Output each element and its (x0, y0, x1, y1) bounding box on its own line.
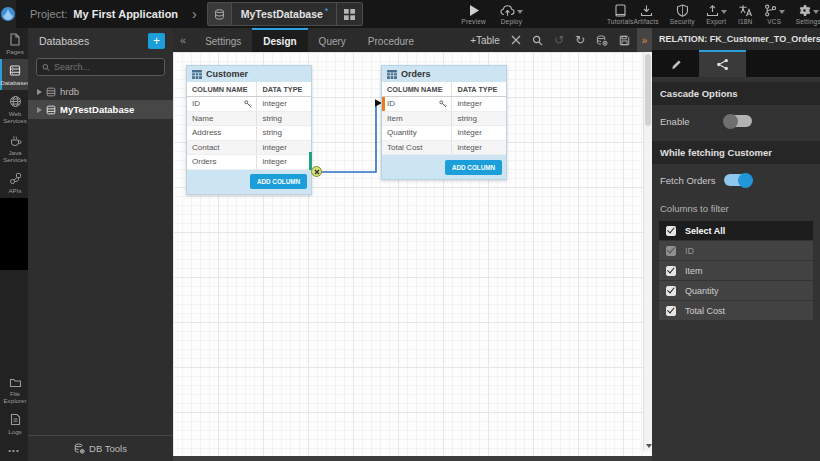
enable-toggle[interactable] (724, 115, 752, 127)
more-options-icon[interactable]: ••• (0, 439, 28, 461)
table-row[interactable]: Total Cost integer (382, 141, 506, 156)
vcs-button[interactable]: VCS (764, 3, 785, 25)
chevron-right-icon[interactable]: › (192, 7, 197, 21)
table-row[interactable]: Address string (187, 126, 311, 141)
i18n-button[interactable]: I18N (738, 3, 753, 25)
database-search[interactable] (36, 58, 165, 76)
database-document-tab[interactable]: MyTestDatabase * (207, 2, 364, 26)
relation-drag-handle[interactable] (311, 166, 322, 177)
preview-button[interactable]: Preview (461, 3, 486, 25)
table-card-customer[interactable]: Customer COLUMN NAME DATA TYPE ID intege… (186, 65, 312, 195)
globe-icon (9, 95, 22, 108)
checkbox-checked-icon[interactable] (666, 286, 676, 296)
wavemaker-studio: Project: My First Application › MyTestDa… (0, 0, 820, 461)
column-header-row: COLUMN NAME DATA TYPE (382, 82, 506, 97)
project-label: Project: (30, 8, 67, 20)
design-tab-bar: « Settings Design Query Procedure +Table… (173, 28, 652, 52)
checkbox-checked-icon[interactable] (666, 306, 676, 316)
canvas-bottom-edge (173, 456, 652, 461)
database-icon (9, 64, 21, 77)
schema-canvas[interactable]: Customer COLUMN NAME DATA TYPE ID intege… (173, 52, 652, 456)
table-card-orders[interactable]: Orders COLUMN NAME DATA TYPE ID int (381, 65, 507, 180)
while-fetching-header: While fetching Customer (652, 141, 820, 164)
export-caret-icon (721, 10, 727, 14)
table-header[interactable]: Customer (187, 66, 311, 82)
table-row[interactable]: ID integer (187, 97, 311, 112)
filter-column-list: Select All ID Item Quantity Total Cost (652, 221, 820, 321)
sidebar-item-web-services[interactable]: Web Services (0, 90, 28, 128)
fetch-orders-toggle[interactable] (724, 174, 752, 186)
table-row[interactable]: Quantity integer (382, 126, 506, 141)
checkbox-checked-icon[interactable] (666, 266, 676, 276)
redo-icon[interactable]: ↻ (575, 34, 585, 46)
filter-quantity[interactable]: Quantity (659, 281, 813, 300)
sidebar-item-apis[interactable]: APIs (0, 167, 28, 198)
security-button[interactable]: Security (670, 3, 695, 25)
cloud-upload-icon (500, 4, 515, 17)
sidebar-item-pages[interactable]: Pages (0, 28, 28, 59)
filter-select-all[interactable]: Select All (659, 221, 813, 240)
sidebar-item-logs[interactable]: Logs (0, 408, 28, 439)
table-row[interactable]: Orders integer (187, 155, 311, 170)
table-icon (387, 70, 397, 79)
add-column-button[interactable]: ADD COLUMN (445, 160, 502, 175)
search-icon[interactable] (532, 35, 543, 46)
tab-query[interactable]: Query (308, 28, 357, 52)
export-db-icon[interactable] (596, 35, 608, 46)
tutorials-button[interactable]: Tutorials (607, 3, 633, 25)
project-name[interactable]: My First Application (73, 8, 178, 20)
filter-total-cost[interactable]: Total Cost (659, 301, 813, 320)
table-header[interactable]: Orders (382, 66, 506, 82)
tree-item-hrdb[interactable]: hrdb (28, 83, 173, 100)
tab-relations[interactable] (699, 50, 746, 77)
add-database-button[interactable]: + (148, 33, 165, 49)
relation-panel: RELATION: FK_Customer_TO_Orders_O... (652, 28, 820, 461)
translate-icon (738, 4, 753, 17)
settings-button[interactable]: Settings (796, 3, 820, 25)
database-icon (46, 105, 56, 115)
play-icon (468, 4, 480, 17)
deploy-button[interactable]: Deploy (500, 3, 523, 25)
search-input[interactable] (54, 62, 159, 72)
undo-icon[interactable]: ↺ (554, 34, 564, 46)
sidebar-item-file-explorer[interactable]: File Explorer (0, 372, 28, 408)
export-button[interactable]: Export (706, 3, 727, 25)
table-row[interactable]: Contact integer (187, 141, 311, 156)
table-row[interactable]: ID integer (382, 97, 506, 112)
fk-target-marker (382, 97, 385, 111)
sidebar-item-java-services[interactable]: Java Services (0, 129, 28, 167)
relation-title: RELATION: FK_Customer_TO_Orders_O... (652, 28, 820, 50)
sidebar-item-databases[interactable]: Databases (0, 59, 28, 90)
tab-design[interactable]: Design (252, 28, 307, 52)
tab-settings[interactable]: Settings (194, 28, 252, 52)
table-row[interactable]: Item string (382, 112, 506, 127)
filter-item[interactable]: Item (659, 261, 813, 280)
grid-view-icon[interactable] (336, 3, 362, 25)
scroll-down-icon[interactable] (646, 444, 652, 448)
table-footer: ADD COLUMN (382, 155, 506, 179)
tab-edit-column[interactable] (652, 50, 699, 77)
delete-icon[interactable] (511, 35, 521, 45)
save-icon[interactable] (619, 35, 630, 46)
pencil-icon (670, 59, 682, 71)
canvas-vertical-scrollbar[interactable] (643, 52, 652, 451)
checkbox-checked-icon[interactable] (666, 226, 676, 236)
expand-caret-icon[interactable] (37, 107, 42, 113)
scrollbar-thumb[interactable] (645, 54, 651, 126)
database-icon (208, 3, 232, 25)
add-column-button[interactable]: ADD COLUMN (250, 174, 307, 189)
tree-item-mytestdatabase[interactable]: MyTestDatabase (28, 100, 173, 119)
collapse-panel-button[interactable]: « (173, 28, 194, 52)
add-table-button[interactable]: +Table (470, 35, 500, 46)
table-row[interactable]: Name string (187, 112, 311, 127)
expand-panel-button[interactable]: » (637, 28, 652, 52)
db-tools-button[interactable]: DB Tools (28, 435, 173, 461)
modified-indicator: * (325, 6, 329, 16)
tab-procedure[interactable]: Procedure (357, 28, 425, 52)
app-logo[interactable] (0, 0, 16, 28)
artifacts-button[interactable]: Artifacts (633, 3, 658, 25)
logo-icon (0, 6, 16, 22)
filter-id[interactable]: ID (659, 241, 813, 260)
databases-panel-title: Databases (39, 35, 89, 47)
expand-caret-icon[interactable] (37, 89, 42, 95)
